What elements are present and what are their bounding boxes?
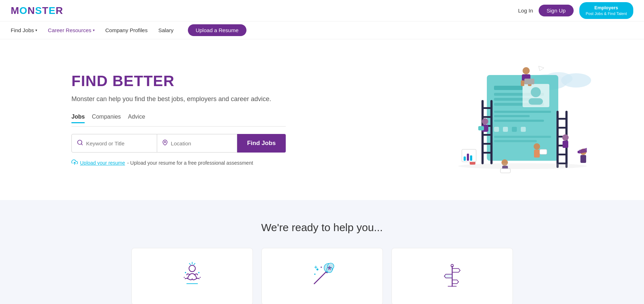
upload-icon xyxy=(71,159,78,167)
nav-salary[interactable]: Salary xyxy=(158,27,174,33)
card-1[interactable] xyxy=(131,248,253,304)
svg-rect-58 xyxy=(500,169,510,173)
svg-rect-45 xyxy=(524,79,534,84)
svg-rect-30 xyxy=(481,134,493,136)
svg-point-85 xyxy=(320,266,322,268)
svg-rect-27 xyxy=(481,107,493,109)
monster-logo[interactable]: MONSTER xyxy=(11,5,63,16)
tab-jobs[interactable]: Jobs xyxy=(71,114,85,123)
location-input[interactable] xyxy=(171,140,231,146)
svg-point-69 xyxy=(189,265,195,272)
svg-rect-31 xyxy=(481,143,493,145)
location-icon xyxy=(162,139,168,147)
find-jobs-button[interactable]: Find Jobs xyxy=(237,134,286,153)
search-tabs: Jobs Companies Advice xyxy=(71,114,286,127)
svg-rect-65 xyxy=(580,155,586,163)
employers-line2: Post Jobs & Find Talent xyxy=(586,11,627,16)
svg-rect-36 xyxy=(556,127,568,129)
svg-rect-28 xyxy=(481,116,493,118)
svg-rect-16 xyxy=(494,111,551,113)
svg-rect-25 xyxy=(481,100,484,164)
keyword-input-wrap xyxy=(71,134,157,153)
svg-rect-17 xyxy=(494,115,530,117)
svg-rect-21 xyxy=(512,127,517,132)
nav-career-resources[interactable]: Career Resources ▾ xyxy=(48,27,95,33)
tab-advice[interactable]: Advice xyxy=(128,114,145,123)
svg-point-76 xyxy=(184,277,185,278)
ready-section: We're ready to help you... xyxy=(0,200,644,304)
svg-rect-9 xyxy=(494,86,523,90)
card-2[interactable] xyxy=(261,248,383,304)
svg-rect-19 xyxy=(494,127,499,132)
svg-rect-43 xyxy=(521,80,524,86)
ready-title: We're ready to help you... xyxy=(11,221,633,234)
location-input-wrap xyxy=(157,134,237,153)
keyword-input[interactable] xyxy=(86,140,152,146)
nav-company-profiles[interactable]: Company Profiles xyxy=(105,27,148,33)
svg-point-41 xyxy=(523,67,530,74)
svg-rect-35 xyxy=(556,118,568,120)
svg-rect-61 xyxy=(540,149,547,154)
signup-button[interactable]: Sign Up xyxy=(539,5,573,16)
svg-point-59 xyxy=(534,143,540,150)
svg-rect-24 xyxy=(494,140,537,142)
svg-rect-18 xyxy=(494,120,544,122)
svg-point-84 xyxy=(316,269,318,270)
signpost-icon xyxy=(438,261,466,291)
svg-point-7 xyxy=(561,73,591,88)
svg-rect-53 xyxy=(464,156,466,161)
employers-button[interactable]: Employers Post Jobs & Find Talent xyxy=(579,2,633,19)
svg-point-74 xyxy=(185,272,186,273)
main-nav: Find Jobs ▾ Career Resources ▾ Company P… xyxy=(0,21,644,39)
svg-line-72 xyxy=(189,263,191,265)
hero-title: FIND BETTER xyxy=(71,73,286,90)
search-icon xyxy=(77,139,83,148)
svg-rect-26 xyxy=(490,100,493,164)
svg-rect-39 xyxy=(556,154,568,155)
svg-rect-54 xyxy=(467,154,469,161)
find-jobs-chevron-icon: ▾ xyxy=(35,28,37,32)
svg-rect-55 xyxy=(470,155,472,161)
upload-resume-link[interactable]: Upload your resume xyxy=(80,160,125,166)
svg-point-62 xyxy=(562,134,569,141)
career-chevron-icon: ▾ xyxy=(93,28,95,32)
svg-rect-32 xyxy=(481,152,493,154)
tab-companies[interactable]: Companies xyxy=(92,114,121,123)
hero-section: FIND BETTER Monster can help you find th… xyxy=(0,39,644,200)
hero-illustration xyxy=(451,61,601,179)
svg-point-47 xyxy=(482,118,488,125)
employers-line1: Employers xyxy=(586,5,627,11)
upload-link-row: Upload your resume - Upload your resume … xyxy=(71,159,286,167)
nav-find-jobs[interactable]: Find Jobs ▾ xyxy=(11,27,37,33)
svg-rect-15 xyxy=(529,98,543,105)
svg-rect-67 xyxy=(578,151,580,153)
svg-point-2 xyxy=(164,141,166,143)
svg-rect-60 xyxy=(534,150,540,158)
upload-link-suffix: - Upload your resume for a free professi… xyxy=(127,160,253,166)
hero-subtitle: Monster can help you find the best jobs,… xyxy=(71,95,286,103)
cards-row xyxy=(11,248,633,304)
svg-rect-22 xyxy=(521,127,526,132)
magic-icon xyxy=(308,261,336,291)
hero-left: FIND BETTER Monster can help you find th… xyxy=(71,73,286,167)
svg-point-75 xyxy=(198,272,199,273)
meditate-icon xyxy=(178,261,206,291)
svg-rect-63 xyxy=(563,141,568,148)
svg-marker-46 xyxy=(539,66,544,71)
card-3[interactable] xyxy=(391,248,513,304)
svg-rect-49 xyxy=(478,126,484,130)
svg-line-71 xyxy=(194,263,195,265)
login-button[interactable]: Log In xyxy=(518,8,533,14)
svg-rect-23 xyxy=(494,136,551,138)
svg-line-78 xyxy=(314,271,326,284)
svg-point-14 xyxy=(531,87,541,97)
svg-point-68 xyxy=(458,163,587,169)
svg-line-1 xyxy=(81,144,82,145)
svg-point-86 xyxy=(314,274,315,275)
nav-upload-resume-button[interactable]: Upload a Resume xyxy=(188,24,246,36)
search-bar: Find Jobs xyxy=(71,134,286,153)
page-header: MONSTER Log In Sign Up Employers Post Jo… xyxy=(0,0,644,21)
header-right: Log In Sign Up Employers Post Jobs & Fin… xyxy=(518,2,633,19)
svg-point-77 xyxy=(199,277,200,278)
svg-rect-20 xyxy=(503,127,508,132)
